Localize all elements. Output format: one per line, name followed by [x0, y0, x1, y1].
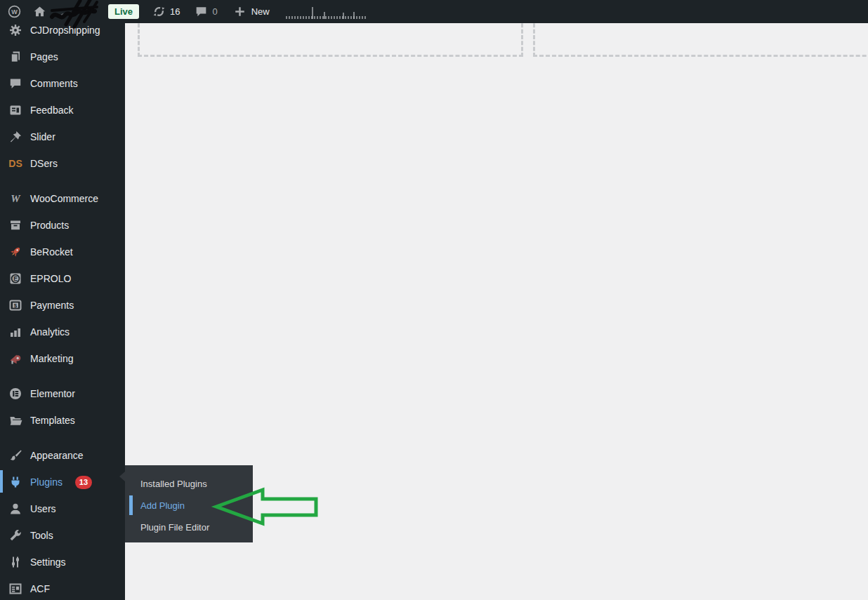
submenu-item-add-plugin[interactable]: Add Plugin: [125, 495, 253, 516]
sidebar-item-label: Payments: [30, 300, 74, 311]
sidebar-item-label: Tools: [30, 530, 53, 541]
pages-icon: [8, 50, 22, 64]
megaphone-icon: [8, 352, 22, 366]
new-label: New: [251, 6, 270, 17]
plus-icon: [233, 5, 247, 19]
dashed-placeholder-box: [138, 23, 523, 57]
sidebar-item-label: EPROLO: [30, 273, 71, 284]
sidebar-item-label: WooCommerce: [30, 193, 98, 204]
sidebar-item-label: Templates: [30, 415, 75, 426]
wrench-icon: [8, 528, 22, 542]
sidebar-item-label: Users: [30, 503, 56, 514]
pushpin-icon: [8, 130, 22, 144]
sidebar-item-label: DSers: [30, 158, 58, 169]
dollar-card-icon: $: [8, 298, 22, 312]
sidebar-item-label: Pages: [30, 51, 58, 62]
svg-text:E: E: [13, 275, 18, 282]
plugins-flyout-submenu: Installed Plugins Add Plugin Plugin File…: [125, 465, 253, 542]
sidebar-item-marketing[interactable]: Marketing: [0, 345, 125, 372]
sidebar-item-label: Elementor: [30, 388, 75, 399]
admin-top-bar: W Live 16 0: [0, 0, 868, 23]
updates-menu-item[interactable]: 16: [152, 0, 180, 23]
gear-icon: [8, 23, 22, 37]
sidebar-item-feedback[interactable]: Feedback: [0, 97, 125, 124]
svg-text:$: $: [14, 302, 18, 309]
sidebar-item-elementor[interactable]: Elementor: [0, 380, 125, 407]
sidebar-item-label: Plugins: [30, 476, 63, 488]
home-icon: [32, 5, 46, 19]
sidebar-item-products[interactable]: Products: [0, 212, 125, 239]
live-badge[interactable]: Live: [108, 4, 139, 19]
sidebar-item-appearance[interactable]: Appearance: [0, 442, 125, 469]
svg-text:W: W: [11, 8, 18, 15]
elementor-logo: [8, 387, 22, 401]
sidebar-item-label: Settings: [30, 556, 66, 568]
admin-sidebar: CJDropshipping Pages Comments Feedback S…: [0, 23, 125, 600]
sidebar-item-label: ACF: [30, 583, 50, 594]
sidebar-item-label: Comments: [30, 78, 78, 89]
plugins-update-badge: 13: [75, 476, 92, 489]
folder-icon: [8, 413, 22, 427]
sidebar-item-payments[interactable]: $ Payments: [0, 292, 125, 319]
sidebar-item-label: Feedback: [30, 105, 73, 116]
sidebar-item-analytics[interactable]: Analytics: [0, 319, 125, 345]
site-name-redacted: [53, 0, 98, 23]
sidebar-item-label: Slider: [30, 131, 55, 142]
person-icon: [8, 502, 22, 516]
sidebar-item-tools[interactable]: Tools: [0, 522, 125, 549]
sidebar-item-berocket[interactable]: BeRocket: [0, 239, 125, 265]
sidebar-item-users[interactable]: Users: [0, 495, 125, 522]
sliders-icon: [8, 555, 22, 569]
site-link[interactable]: Live: [32, 0, 139, 23]
comments-count: 0: [212, 6, 217, 17]
sidebar-item-plugins[interactable]: Plugins 13: [0, 469, 125, 495]
dsers-logo: DS: [8, 156, 22, 171]
eprolo-logo: E: [8, 272, 22, 286]
sidebar-separator: [0, 177, 125, 185]
update-icon: [152, 5, 166, 19]
sidebar-item-comments[interactable]: Comments: [0, 70, 125, 97]
sidebar-item-woocommerce[interactable]: W WooCommerce: [0, 185, 125, 212]
dashed-placeholder-box: [533, 23, 868, 57]
woocommerce-logo: W: [8, 192, 22, 206]
sidebar-item-label: Appearance: [30, 450, 84, 461]
table-grid-icon: [8, 582, 22, 596]
new-menu-item[interactable]: New: [233, 0, 270, 23]
form-icon: [8, 103, 22, 117]
sidebar-separator: [0, 434, 125, 442]
comment-bubble-icon: [194, 5, 208, 19]
plug-icon: [8, 475, 22, 489]
comments-menu-item[interactable]: 0: [194, 0, 217, 23]
submenu-item-plugin-file-editor[interactable]: Plugin File Editor: [125, 516, 253, 538]
bar-chart-icon: [8, 325, 22, 339]
sidebar-item-label: Products: [30, 220, 69, 231]
sidebar-item-eprolo[interactable]: E EPROLO: [0, 265, 125, 292]
submenu-item-installed-plugins[interactable]: Installed Plugins: [125, 473, 253, 495]
sidebar-item-pages[interactable]: Pages: [0, 44, 125, 70]
sidebar-item-label: BeRocket: [30, 246, 73, 258]
wordpress-logo-icon: W: [7, 5, 21, 19]
paintbrush-icon: [8, 448, 22, 462]
updates-count: 16: [170, 6, 180, 17]
box-icon: [8, 218, 22, 232]
speech-bubble-icon: [8, 76, 22, 91]
sidebar-item-acf[interactable]: ACF: [0, 575, 125, 600]
sidebar-item-settings[interactable]: Settings: [0, 549, 125, 575]
sidebar-item-label: Marketing: [30, 353, 73, 364]
sidebar-item-dsers[interactable]: DS DSers: [0, 150, 125, 177]
sidebar-item-templates[interactable]: Templates: [0, 407, 125, 434]
redacted-text-ticks: [282, 0, 374, 23]
wordpress-menu-item[interactable]: W: [7, 0, 21, 23]
sidebar-item-slider[interactable]: Slider: [0, 124, 125, 150]
rocket-icon: [8, 245, 22, 259]
sidebar-separator: [0, 372, 125, 380]
sidebar-item-label: Analytics: [30, 326, 70, 338]
